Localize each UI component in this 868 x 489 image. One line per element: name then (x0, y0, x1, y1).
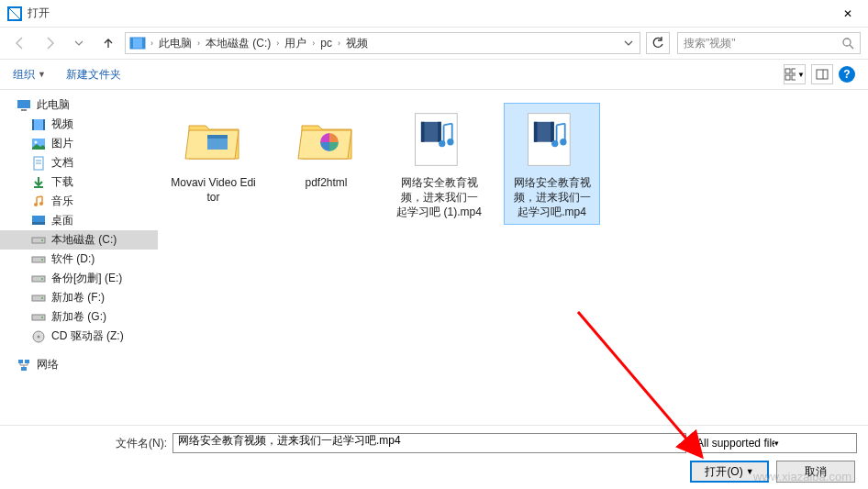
tree-pictures[interactable]: 图片 (0, 134, 158, 153)
svg-point-17 (35, 140, 38, 143)
tree-disk-e[interactable]: 备份[勿删] (E:) (0, 269, 158, 288)
svg-rect-15 (43, 119, 45, 130)
arrow-left-icon (13, 36, 28, 50)
view-icons-button[interactable]: ▼ (784, 64, 806, 84)
svg-rect-46 (420, 122, 424, 142)
chevron-right-icon: › (273, 39, 282, 48)
breadcrumb-dropdown[interactable] (619, 39, 638, 48)
svg-point-37 (38, 335, 40, 338)
refresh-button[interactable] (646, 32, 670, 54)
tree-disk-d[interactable]: 软件 (D:) (0, 250, 158, 269)
organize-menu[interactable]: 组织▼ (13, 67, 46, 83)
file-label: pdf2html (305, 175, 347, 190)
drive-icon (31, 291, 46, 306)
film-icon (31, 117, 46, 132)
tree-disk-g[interactable]: 新加卷 (G:) (0, 307, 158, 327)
filename-field[interactable] (178, 435, 681, 448)
help-button[interactable]: ? (839, 66, 855, 83)
breadcrumb-segment[interactable]: 用户 (282, 36, 309, 51)
dialog-footer: 文件名(N): All supported files (*.MP4;*.F▾ … (0, 425, 868, 489)
split-button-arrow-icon: ▼ (746, 467, 754, 476)
video-file-item[interactable]: 网络安全教育视频，进来我们一起学习吧 (1).mp4 (391, 103, 487, 225)
svg-point-23 (39, 202, 43, 206)
svg-rect-42 (207, 135, 228, 139)
document-icon (31, 156, 46, 171)
recent-button[interactable] (66, 32, 92, 54)
chevron-down-icon: ▾ (774, 439, 852, 448)
music-icon (31, 194, 46, 209)
video-file-item[interactable]: 网络安全教育视频，进来我们一起学习吧.mp4 (504, 103, 600, 225)
refresh-icon (651, 37, 664, 50)
cancel-button[interactable]: 取消 (776, 461, 855, 483)
breadcrumb-segment[interactable]: pc (317, 37, 335, 50)
tree-downloads[interactable]: 下载 (0, 172, 158, 192)
up-button[interactable] (95, 32, 121, 54)
filename-input[interactable] (172, 433, 686, 453)
drive-icon (31, 310, 46, 325)
filename-label: 文件名(N): (11, 436, 167, 451)
chevron-down-icon: ▼ (38, 70, 46, 79)
chevron-right-icon: › (148, 39, 156, 48)
chevron-down-icon: ▼ (797, 71, 805, 79)
breadcrumb-segment[interactable]: 本地磁盘 (C:) (203, 36, 273, 51)
forward-button[interactable] (37, 32, 62, 54)
arrow-right-icon (42, 36, 57, 50)
chevron-right-icon: › (195, 39, 203, 48)
svg-rect-52 (533, 122, 537, 142)
tree-network[interactable]: 网络 (0, 355, 158, 374)
drive-icon (31, 252, 46, 267)
monitor-icon (17, 98, 31, 113)
tree-this-pc[interactable]: 此电脑 (0, 95, 158, 115)
window-title: 打开 (28, 6, 827, 21)
drive-icon (31, 272, 46, 286)
tree-music[interactable]: 音乐 (0, 192, 158, 211)
open-button[interactable]: 打开(O)▼ (690, 461, 769, 483)
breadcrumb[interactable]: › 此电脑 › 本地磁盘 (C:) › 用户 › pc › 视频 (125, 32, 640, 54)
svg-point-35 (41, 317, 43, 318)
svg-point-55 (560, 139, 566, 145)
file-label: 网络安全教育视频，进来我们一起学习吧.mp4 (508, 175, 595, 220)
tree-documents[interactable]: 文档 (0, 153, 158, 172)
svg-rect-14 (32, 119, 34, 130)
svg-rect-13 (32, 119, 45, 130)
breadcrumb-segment[interactable]: 此电脑 (156, 36, 195, 51)
svg-point-29 (41, 259, 43, 261)
tree-disk-c[interactable]: 本地磁盘 (C:) (0, 230, 158, 250)
dialog-body: 此电脑 视频 图片 文档 下载 音乐 桌面 本地磁盘 (C:) 软件 (D:) … (0, 90, 868, 452)
tree-videos[interactable]: 视频 (0, 115, 158, 134)
svg-point-33 (41, 297, 43, 299)
svg-rect-39 (25, 360, 29, 363)
svg-rect-25 (32, 222, 45, 225)
svg-point-49 (447, 139, 453, 145)
chevron-right-icon: › (309, 39, 317, 48)
svg-rect-3 (142, 38, 145, 49)
back-button[interactable] (7, 32, 33, 54)
svg-rect-47 (438, 122, 441, 142)
tree-desktop[interactable]: 桌面 (0, 211, 158, 230)
desktop-icon (31, 214, 46, 228)
close-button[interactable]: ✕ (827, 0, 868, 28)
folder-item[interactable]: pdf2html (278, 103, 374, 194)
search-input[interactable]: 搜索"视频" (677, 32, 861, 54)
svg-point-4 (843, 39, 851, 46)
file-list[interactable]: Movavi Video Editor pdf2html 网络安全教育视频，进来… (158, 90, 868, 452)
tree-disk-f[interactable]: 新加卷 (F:) (0, 288, 158, 307)
svg-rect-12 (21, 109, 27, 111)
toolbar: 组织▼ 新建文件夹 ▼ ? (0, 59, 868, 90)
preview-pane-icon (816, 68, 829, 81)
titlebar: 打开 ✕ (0, 0, 868, 28)
tree-disk-z[interactable]: CD 驱动器 (Z:) (0, 327, 158, 346)
svg-rect-11 (17, 100, 30, 108)
svg-point-22 (34, 203, 38, 206)
folder-item[interactable]: Movavi Video Editor (165, 103, 262, 209)
svg-rect-38 (18, 360, 23, 363)
new-folder-button[interactable]: 新建文件夹 (66, 67, 121, 83)
breadcrumb-segment[interactable]: 视频 (343, 36, 371, 51)
drive-icon (31, 233, 46, 248)
folder-icon (295, 107, 359, 172)
network-icon (17, 358, 31, 372)
file-label: 网络安全教育视频，进来我们一起学习吧 (1).mp4 (395, 175, 483, 220)
file-type-filter[interactable]: All supported files (*.MP4;*.F▾ (692, 433, 857, 453)
preview-pane-button[interactable] (811, 64, 833, 84)
close-icon: ✕ (843, 7, 852, 20)
